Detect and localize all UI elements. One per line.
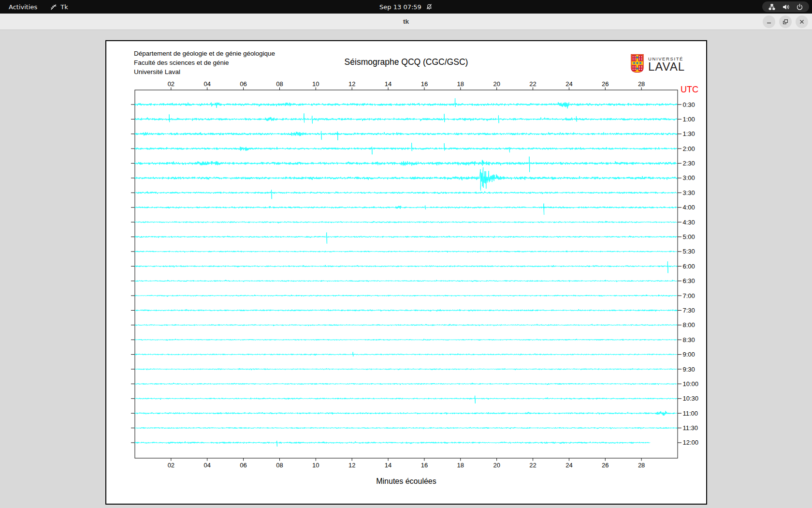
row-time-label: 5:30 bbox=[683, 248, 695, 255]
x-tick-label-bottom: 26 bbox=[602, 462, 609, 469]
row-time-label: 0:30 bbox=[683, 101, 695, 108]
x-tick-label-top: 14 bbox=[385, 80, 392, 88]
window-title: tk bbox=[403, 18, 409, 25]
focused-app-indicator[interactable]: Tk bbox=[50, 3, 68, 11]
tk-feather-icon bbox=[50, 3, 57, 11]
row-time-label: 4:30 bbox=[683, 219, 695, 226]
seismogram-trace bbox=[135, 131, 677, 140]
seismograph-canvas: Département de géologie et de génie géol… bbox=[105, 40, 707, 505]
row-time-label: 10:30 bbox=[683, 395, 699, 402]
seismogram-trace bbox=[135, 251, 677, 253]
utc-axis-label: UTC bbox=[681, 85, 698, 95]
seismogram-trace bbox=[135, 441, 650, 447]
speaker-icon bbox=[782, 3, 790, 11]
x-tick-label-bottom: 16 bbox=[421, 462, 428, 469]
window-content: Département de géologie et de génie géol… bbox=[0, 30, 812, 508]
row-time-label: 7:00 bbox=[683, 292, 695, 299]
seismogram-trace bbox=[135, 167, 677, 191]
activities-button[interactable]: Activities bbox=[9, 3, 37, 11]
seismograph-plot: 0202040406060808101012121414161618182020… bbox=[106, 41, 706, 504]
seismogram-trace bbox=[135, 280, 677, 282]
row-time-label: 12:00 bbox=[683, 439, 699, 446]
desktop: Activities Tk bbox=[0, 0, 812, 508]
x-tick-label-bottom: 10 bbox=[312, 462, 319, 469]
x-tick-label-top: 12 bbox=[348, 80, 355, 88]
x-tick-label-bottom: 22 bbox=[529, 462, 536, 469]
row-time-label: 8:30 bbox=[683, 336, 695, 344]
x-tick-label-top: 22 bbox=[529, 80, 536, 88]
seismogram-trace bbox=[135, 98, 677, 108]
row-time-label: 2:30 bbox=[683, 160, 695, 167]
minimize-button[interactable] bbox=[763, 15, 775, 28]
x-tick-label-top: 20 bbox=[493, 80, 500, 88]
seismogram-trace bbox=[135, 113, 677, 123]
row-time-label: 5:00 bbox=[683, 233, 695, 240]
x-tick-label-top: 10 bbox=[312, 80, 319, 88]
x-tick-label-bottom: 24 bbox=[566, 462, 572, 469]
x-tick-label-bottom: 08 bbox=[276, 462, 283, 469]
seismogram-trace bbox=[135, 204, 677, 215]
clock-button[interactable]: Sep 13 07:59 bbox=[379, 3, 433, 11]
seismogram-trace bbox=[135, 352, 677, 357]
row-time-label: 6:00 bbox=[683, 263, 695, 270]
bell-slash-icon bbox=[426, 3, 433, 10]
row-time-label: 11:00 bbox=[683, 410, 698, 417]
seismogram-trace bbox=[135, 383, 677, 385]
maximize-button[interactable] bbox=[779, 15, 792, 28]
plot-border bbox=[135, 90, 678, 458]
row-time-label: 3:00 bbox=[683, 174, 695, 181]
seismogram-trace bbox=[135, 221, 677, 224]
row-time-label: 4:00 bbox=[683, 204, 695, 211]
row-time-label: 3:30 bbox=[683, 189, 695, 196]
gnome-top-bar: Activities Tk bbox=[0, 0, 812, 14]
clock-label: Sep 13 07:59 bbox=[379, 3, 421, 11]
seismogram-trace bbox=[135, 157, 677, 172]
seismogram-trace bbox=[135, 396, 677, 403]
x-tick-label-bottom: 20 bbox=[493, 462, 500, 469]
network-wired-icon bbox=[768, 3, 776, 11]
row-time-label: 2:00 bbox=[683, 145, 695, 152]
seismogram-trace bbox=[135, 143, 677, 154]
seismogram-trace bbox=[135, 324, 677, 326]
x-tick-label-bottom: 12 bbox=[348, 462, 355, 469]
row-time-label: 8:00 bbox=[683, 321, 695, 329]
row-time-label: 6:30 bbox=[683, 277, 695, 284]
seismogram-trace bbox=[135, 261, 677, 273]
x-tick-label-bottom: 02 bbox=[168, 462, 174, 469]
system-status-area[interactable] bbox=[762, 1, 809, 12]
x-tick-label-bottom: 18 bbox=[457, 462, 464, 469]
window-titlebar[interactable]: tk bbox=[0, 14, 812, 30]
x-tick-label-top: 08 bbox=[276, 80, 283, 88]
x-axis-label: Minutes écoulées bbox=[106, 477, 706, 486]
x-tick-label-top: 06 bbox=[240, 80, 246, 88]
x-tick-label-bottom: 14 bbox=[385, 462, 392, 469]
seismogram-trace bbox=[135, 233, 677, 244]
row-time-label: 1:00 bbox=[683, 116, 695, 123]
x-tick-label-top: 04 bbox=[203, 80, 210, 88]
seismogram-trace bbox=[135, 190, 677, 199]
row-time-label: 9:00 bbox=[683, 351, 695, 358]
row-time-label: 7:30 bbox=[683, 307, 695, 314]
x-tick-label-top: 26 bbox=[602, 80, 609, 88]
x-tick-label-bottom: 28 bbox=[638, 462, 645, 469]
seismogram-trace bbox=[135, 411, 677, 416]
x-tick-label-bottom: 06 bbox=[240, 462, 246, 469]
x-tick-label-top: 18 bbox=[457, 80, 464, 88]
power-icon bbox=[796, 3, 803, 11]
row-time-label: 11:30 bbox=[683, 424, 698, 432]
row-time-label: 9:30 bbox=[683, 366, 695, 373]
x-tick-label-top: 16 bbox=[421, 80, 428, 88]
seismogram-trace bbox=[135, 368, 677, 370]
seismogram-trace bbox=[135, 427, 677, 429]
seismogram-trace bbox=[135, 295, 677, 297]
x-tick-label-top: 02 bbox=[168, 80, 174, 88]
close-button[interactable] bbox=[796, 15, 808, 28]
row-time-label: 1:30 bbox=[683, 130, 695, 137]
x-tick-label-top: 24 bbox=[566, 80, 572, 88]
app-name-label: Tk bbox=[60, 3, 68, 11]
seismogram-trace bbox=[135, 339, 677, 341]
seismogram-trace bbox=[135, 309, 677, 312]
x-tick-label-bottom: 04 bbox=[203, 462, 210, 469]
row-time-label: 10:00 bbox=[683, 380, 699, 388]
x-tick-label-top: 28 bbox=[638, 80, 645, 88]
